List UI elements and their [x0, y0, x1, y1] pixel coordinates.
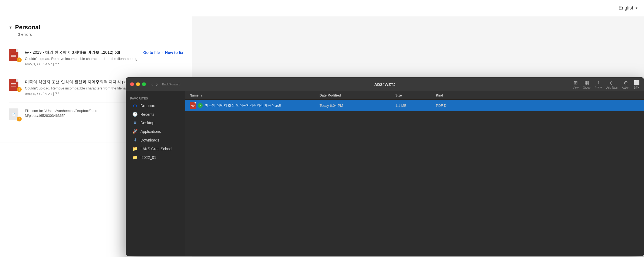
nav-buttons: ‹ › [150, 81, 159, 88]
view-icon: ⊞ [574, 80, 578, 86]
col-date-header[interactable]: Date Modified [320, 94, 395, 97]
finder-body: Favorites ⬡ Dropbox 🕐 Recents 🖥 Desktop … [126, 91, 644, 256]
personal-header: ▼ Personal [9, 24, 183, 31]
file-row-date-1: Today 6:04 PM [320, 104, 395, 108]
sidebar-item-applications[interactable]: 🚀 Applications [128, 127, 183, 136]
view-label: View [573, 86, 579, 89]
finder-toolbar: ‹ › Back/Forward [146, 81, 573, 88]
personal-title: Personal [15, 24, 40, 31]
recents-icon: 🕐 [132, 112, 138, 117]
sidebar-item-downloads[interactable]: ⬇ Downloads [128, 136, 183, 144]
error-filename-2: 미국의 식민지 조선 인식의 원형과 지역주의적 재해석.pdf [25, 79, 139, 85]
view-button[interactable]: ⊞ View [573, 80, 579, 89]
error-message-1: Couldn't upload. Remove incompatible cha… [25, 56, 139, 67]
back-forward-label: Back/Forward [162, 83, 180, 86]
action-button[interactable]: ⊙ Action [622, 80, 629, 89]
file-path-label: File icon for "/Users/wonheecho/Dropbox/… [25, 108, 130, 118]
sidebar-item-dropbox[interactable]: ⬡ Dropbox [128, 101, 183, 110]
file-row-kind-1: PDF D [436, 104, 640, 108]
col-sort-icon: ▲ [200, 94, 203, 97]
go-to-file-1[interactable]: Go to file [143, 50, 160, 55]
column-headers: Name ▲ Date Modified Size Kind [185, 91, 644, 100]
minimize-button[interactable] [136, 82, 140, 86]
sidebar-aks-label: !!AKS Grad School [140, 147, 172, 151]
finder-empty-area[interactable] [185, 111, 644, 256]
file-line [11, 85, 16, 85]
finder-titlebar: ‹ › Back/Forward AD24WZTJ ⊞ View ▦ Group… [126, 77, 644, 91]
group-label: Group [583, 86, 590, 89]
file-row-name-1: PDF ✓ 미국의 식민지 조선 인식···지역주의적 재해석.pdf [190, 102, 320, 109]
finder-title: AD24WZTJ [374, 82, 396, 87]
toolbar-actions: ⊞ View ▦ Group ↑ Share ◇ Add Tags ⊙ Acti… [573, 80, 640, 89]
action-sep-1: · [162, 50, 163, 55]
share-icon: ↑ [597, 80, 600, 85]
error-item-1: ! 윤 - 2013 - 해외 한국학 제3세대를 바라보...2012).pd… [9, 43, 183, 73]
aks-folder-icon: 📁 [132, 146, 138, 151]
downloads-icon: ⬇ [132, 137, 138, 143]
col-name-label: Name [190, 94, 199, 97]
how-to-fix-1[interactable]: How to fix [165, 50, 183, 55]
sidebar-item-desktop[interactable]: 🖥 Desktop [128, 119, 183, 127]
forward-button[interactable]: › [155, 81, 159, 88]
file-line [11, 54, 16, 54]
maximize-button[interactable] [142, 82, 146, 86]
sidebar-item-aks[interactable]: 📁 !!AKS Grad School [128, 144, 183, 153]
error-message-2: Couldn't upload. Remove incompatible cha… [25, 86, 139, 96]
collapse-chevron[interactable]: ▼ [9, 25, 12, 30]
file-line [11, 56, 16, 57]
dfx-button[interactable]: ⬜ DFX [634, 80, 640, 89]
dfx-icon: ⬜ [634, 80, 640, 86]
file-line [11, 55, 16, 56]
file-icon-lines-1 [11, 53, 16, 58]
web-topbar [0, 0, 192, 16]
favorites-label: Favorites [126, 95, 185, 101]
sidebar-item-2022[interactable]: 📁 !2022_01 [128, 153, 183, 162]
language-dropdown-arrow: ▾ [636, 6, 638, 10]
add-tags-label: Add Tags [606, 86, 618, 89]
share-button[interactable]: ↑ Share [595, 80, 602, 89]
file-line [11, 86, 16, 86]
error-count: 3 errors [18, 32, 183, 37]
file-icon-wrap-2: ! [9, 79, 21, 91]
col-kind-header[interactable]: Kind [436, 94, 640, 97]
error-content-1: 윤 - 2013 - 해외 한국학 제3세대를 바라보...2012).pdf … [25, 49, 139, 67]
sidebar-applications-label: Applications [140, 129, 161, 134]
back-button[interactable]: ‹ [150, 81, 154, 88]
warning-badge-2: ! [17, 87, 22, 92]
applications-icon: 🚀 [132, 129, 138, 134]
right-top-bar: English ▾ [192, 0, 644, 16]
pdf-file-icon: PDF [190, 102, 196, 109]
file-row-size-1: 1.1 MB [395, 104, 436, 108]
dropbox-icon: ⬡ [132, 103, 138, 108]
add-tags-button[interactable]: ◇ Add Tags [606, 80, 618, 89]
error-actions-1: Go to file · How to fix [143, 49, 183, 55]
error-content-2: 미국의 식민지 조선 인식의 원형과 지역주의적 재해석.pdf Couldn'… [25, 79, 139, 96]
sidebar-dropbox-label: Dropbox [140, 104, 155, 108]
file-icon-wrap-3: 📄 ! [9, 108, 21, 120]
sidebar-recents-label: Recents [140, 112, 154, 117]
finder-sidebar: Favorites ⬡ Dropbox 🕐 Recents 🖥 Desktop … [126, 91, 185, 256]
file-row-1[interactable]: PDF ✓ 미국의 식민지 조선 인식···지역주의적 재해석.pdf Toda… [185, 100, 644, 111]
language-selector[interactable]: English ▾ [619, 5, 638, 11]
sidebar-downloads-label: Downloads [140, 138, 159, 142]
sidebar-2022-label: !2022_01 [140, 155, 156, 160]
action-label: Action [622, 86, 629, 89]
col-name-header[interactable]: Name ▲ [190, 94, 320, 97]
close-button[interactable] [130, 82, 134, 86]
sidebar-item-recents[interactable]: 🕐 Recents [128, 110, 183, 118]
error-filename-1: 윤 - 2013 - 해외 한국학 제3세대를 바라보...2012).pdf [25, 49, 139, 55]
action-icon: ⊙ [624, 80, 628, 86]
file-icon-wrap-1: ! [9, 49, 21, 61]
group-button[interactable]: ▦ Group [583, 80, 590, 89]
file-icon-lines-2 [11, 82, 16, 87]
add-tags-icon: ◇ [610, 80, 614, 86]
file-line [11, 83, 16, 84]
file-name-text-1: 미국의 식민지 조선 인식···지역주의적 재해석.pdf [205, 103, 281, 108]
error-content-3: File icon for "/Users/wonheecho/Dropbox/… [25, 108, 130, 118]
finder-main: Name ▲ Date Modified Size Kind PDF ✓ 미국의… [185, 91, 644, 256]
warning-badge-1: ! [17, 57, 22, 62]
share-label: Share [595, 86, 602, 89]
language-label: English [619, 5, 635, 11]
sidebar-desktop-label: Desktop [140, 121, 154, 125]
col-size-header[interactable]: Size [395, 94, 436, 97]
